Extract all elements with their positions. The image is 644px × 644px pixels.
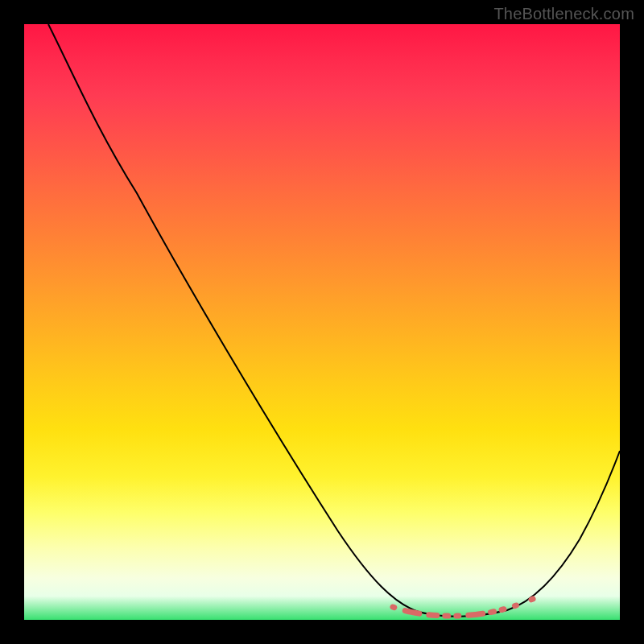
bottleneck-curve	[48, 24, 620, 617]
watermark-text: TheBottleneck.com	[493, 5, 634, 23]
optimal-range-dots	[393, 599, 533, 616]
chart-svg	[24, 24, 620, 620]
plot-area	[24, 24, 620, 620]
chart-frame: TheBottleneck.com	[0, 0, 644, 644]
